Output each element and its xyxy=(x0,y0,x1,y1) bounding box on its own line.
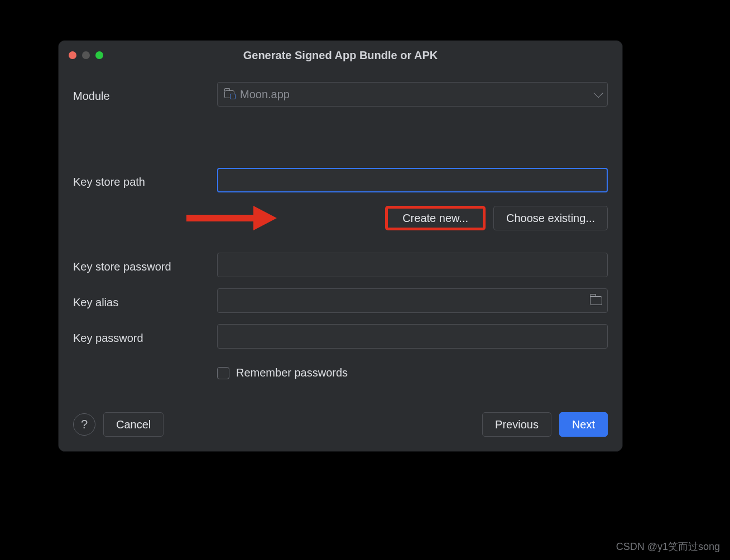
remember-passwords-label: Remember passwords xyxy=(236,366,348,379)
dialog-title: Generate Signed App Bundle or APK xyxy=(59,49,622,62)
dialog-content: Module Moon.app Key store path Create ne… xyxy=(59,70,622,379)
chevron-down-icon xyxy=(594,88,603,98)
module-selected-value: Moon.app xyxy=(240,88,290,101)
key-alias-row: Key alias xyxy=(73,288,608,313)
minimize-icon[interactable] xyxy=(82,51,90,59)
watermark-text: CSDN @y1笑而过song xyxy=(616,540,720,553)
key-store-password-input[interactable] xyxy=(217,253,608,277)
create-new-button[interactable]: Create new... xyxy=(385,206,486,230)
annotation-arrow xyxy=(186,206,277,230)
cancel-button[interactable]: Cancel xyxy=(103,412,164,437)
titlebar: Generate Signed App Bundle or APK xyxy=(59,41,622,70)
folder-icon[interactable] xyxy=(590,296,602,305)
close-icon[interactable] xyxy=(69,51,76,59)
key-alias-input[interactable] xyxy=(217,288,608,313)
next-button[interactable]: Next xyxy=(559,412,608,437)
choose-existing-button[interactable]: Choose existing... xyxy=(493,206,608,230)
key-store-password-row: Key store password xyxy=(73,253,608,277)
key-store-path-label: Key store path xyxy=(73,172,217,189)
previous-button[interactable]: Previous xyxy=(482,412,551,437)
module-folder-icon xyxy=(224,90,234,98)
dialog-footer: ? Cancel Previous Next xyxy=(73,412,608,437)
key-store-path-row: Key store path xyxy=(73,168,608,192)
keystore-buttons-row: Create new... Choose existing... xyxy=(73,206,608,230)
remember-passwords-row: Remember passwords xyxy=(217,366,608,379)
key-store-password-label: Key store password xyxy=(73,257,217,273)
module-label: Module xyxy=(73,86,217,103)
window-controls xyxy=(69,51,103,59)
maximize-icon[interactable] xyxy=(95,51,103,59)
signed-apk-dialog: Generate Signed App Bundle or APK Module… xyxy=(58,40,623,452)
key-store-path-input[interactable] xyxy=(217,168,608,192)
module-select[interactable]: Moon.app xyxy=(217,82,608,107)
remember-passwords-checkbox[interactable] xyxy=(217,367,229,379)
module-row: Module Moon.app xyxy=(73,82,608,107)
key-password-row: Key password xyxy=(73,324,608,349)
key-password-input[interactable] xyxy=(217,324,608,349)
key-password-label: Key password xyxy=(73,329,217,345)
key-alias-label: Key alias xyxy=(73,293,217,309)
help-button[interactable]: ? xyxy=(73,413,95,436)
